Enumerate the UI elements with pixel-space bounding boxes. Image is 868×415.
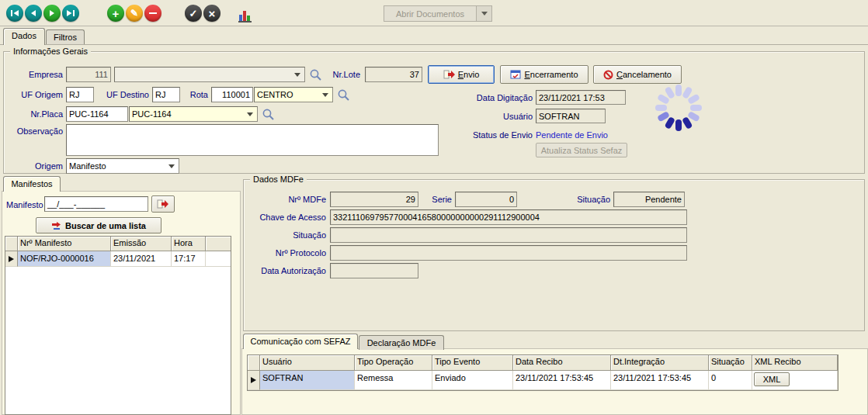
col-nr-manifesto[interactable]: Nrº Manifesto	[18, 237, 111, 251]
manifesto-row[interactable]: NOF/RJO-0000016 23/11/2021 17:17	[5, 251, 231, 267]
cell-hora[interactable]: 17:17	[172, 251, 206, 267]
envio-label: Envio	[458, 70, 480, 79]
origem-combobox[interactable]: Manifesto	[66, 158, 179, 174]
col-hora[interactable]: Hora	[172, 237, 206, 251]
envio-button[interactable]: Envio	[428, 65, 495, 84]
situacao-label: Situação	[545, 195, 610, 204]
col-emissao[interactable]: Emissão	[111, 237, 172, 251]
manifestos-grid-header: Nrº Manifesto Emissão Hora	[5, 237, 231, 251]
sefaz-row[interactable]: SOFTRAN Remessa Enviado 23/11/2021 17:53…	[248, 371, 838, 390]
usuario-field: SOFTRAN	[536, 109, 606, 123]
encerramento-icon	[510, 70, 521, 79]
origem-label: Origem	[9, 161, 63, 171]
cell-tipo-evento[interactable]: Enviado	[432, 371, 513, 390]
rota-search-icon[interactable]	[337, 88, 350, 102]
status-envio-value: Pendente de Envio	[536, 130, 608, 140]
empresa-combobox[interactable]	[114, 67, 305, 82]
tab-filtros[interactable]: Filtros	[46, 29, 85, 44]
nr-placa-combo-value: PUC-1164	[132, 109, 245, 119]
chevron-down-icon	[322, 93, 328, 97]
cell-usuario[interactable]: SOFTRAN	[260, 371, 355, 390]
delete-button[interactable]	[144, 5, 161, 22]
check-icon: ✓	[189, 9, 198, 19]
row-indicator-arrow	[251, 377, 256, 383]
abrir-documentos-dropdown[interactable]	[477, 5, 492, 22]
last-record-icon	[66, 9, 75, 18]
next-record-icon	[47, 9, 57, 18]
send-icon	[157, 199, 169, 209]
situacao2-field	[330, 227, 687, 243]
col-tipo-evento[interactable]: Tipo Evento	[432, 355, 513, 371]
insert-button[interactable]: +	[107, 5, 124, 22]
placa-search-icon[interactable]	[262, 108, 275, 121]
buscar-lista-button[interactable]: Buscar de uma lista	[36, 217, 161, 233]
tab-manifestos-label: Manifestos	[11, 179, 52, 188]
data-digitacao-label: Data Digitação	[460, 93, 533, 102]
origem-combo-value: Manifesto	[69, 161, 166, 171]
col-situacao[interactable]: Situação	[709, 355, 752, 371]
chave-acesso-field: 3321110697957700041658000000000029111290…	[330, 209, 687, 225]
nr-placa-label: Nr.Placa	[9, 109, 63, 119]
buscar-lista-label: Buscar de uma lista	[65, 221, 146, 230]
nr-placa-field[interactable]: PUC-1164	[66, 106, 128, 122]
atualiza-status-sefaz-label: Atualiza Status Sefaz	[541, 146, 623, 155]
col-usuario[interactable]: Usuário	[260, 355, 355, 371]
cell-data-recibo[interactable]: 23/11/2021 17:53:45	[513, 371, 611, 390]
col-tipo-operacao[interactable]: Tipo Operação	[355, 355, 432, 371]
chave-acesso-label: Chave de Acesso	[256, 213, 326, 222]
edit-button[interactable]: ✎	[126, 5, 143, 22]
first-record-button[interactable]	[6, 5, 23, 22]
tab-comunicacao-sefaz[interactable]: Comunicação com SEFAZ	[243, 334, 358, 349]
nr-protocolo-field	[330, 245, 687, 261]
chart-button[interactable]	[238, 5, 256, 23]
manifestos-grid: Nrº Manifesto Emissão Hora NOF/RJO-00000…	[5, 236, 231, 415]
empresa-search-icon[interactable]	[309, 68, 322, 81]
cancel-button[interactable]: ×	[203, 5, 220, 22]
next-record-button[interactable]	[43, 5, 61, 22]
cancelamento-button[interactable]: Cancelamento	[593, 65, 682, 84]
uf-origem-field[interactable]: RJ	[66, 87, 94, 102]
data-autorizacao-label: Data Autorização	[252, 266, 326, 275]
dados-mdfe-title: Dados MDFe	[250, 175, 307, 184]
nr-placa-combobox[interactable]: PUC-1164	[129, 106, 258, 122]
tab-declaracao-mdfe[interactable]: Declaração MDFe	[359, 335, 444, 350]
last-record-button[interactable]	[62, 5, 79, 22]
uf-destino-label: UF Destino	[98, 90, 149, 99]
uf-destino-field[interactable]: RJ	[152, 87, 180, 102]
rota-combo-value: CENTRO	[257, 90, 320, 99]
col-xml-recibo[interactable]: XML Recibo	[752, 355, 838, 371]
prior-record-button[interactable]	[25, 5, 42, 22]
rota-code-field[interactable]: 110001	[211, 87, 253, 102]
sefaz-grid: Usuário Tipo Operação Tipo Evento Data R…	[247, 354, 838, 391]
mdfe-window: + ✎ ✓ × Abrir Documentos	[0, 0, 868, 415]
situacao-field: Pendente	[613, 192, 685, 207]
toolbar: + ✎ ✓ × Abrir Documentos	[0, 0, 868, 26]
cell-dt-integracao[interactable]: 23/11/2021 17:53:45	[611, 371, 709, 390]
confirm-button[interactable]: ✓	[185, 5, 202, 22]
chevron-down-icon	[168, 164, 175, 168]
manifesto-mask-input[interactable]: __/___-______	[44, 196, 148, 212]
tab-manifestos[interactable]: Manifestos	[3, 176, 61, 192]
abrir-documentos-split: Abrir Documentos	[384, 5, 492, 22]
serie-field: 0	[455, 192, 517, 207]
manifesto-send-button[interactable]	[151, 195, 175, 213]
nr-mdfe-field: 29	[330, 192, 418, 207]
chevron-down-icon	[294, 73, 300, 77]
encerramento-button[interactable]: Encerramento	[500, 65, 589, 84]
observacao-memo[interactable]	[66, 124, 439, 156]
chevron-down-icon	[247, 112, 253, 116]
cell-emissao[interactable]: 23/11/2021	[111, 251, 172, 267]
cell-situacao[interactable]: 0	[709, 371, 752, 390]
col-data-recibo[interactable]: Data Recibo	[513, 355, 611, 371]
pencil-icon: ✎	[130, 9, 138, 18]
cell-tipo-operacao[interactable]: Remessa	[355, 371, 432, 390]
chevron-down-icon	[481, 12, 488, 16]
cell-nr-manifesto[interactable]: NOF/RJO-0000016	[18, 251, 111, 267]
tab-dados[interactable]: Dados	[3, 28, 45, 45]
xml-button[interactable]: XML	[754, 372, 790, 386]
rota-combobox[interactable]: CENTRO	[254, 87, 333, 102]
informacoes-gerais-title: Informações Gerais	[10, 47, 91, 56]
encerramento-label: Encerramento	[524, 70, 578, 79]
col-dt-integracao[interactable]: Dt.Integração	[611, 355, 709, 371]
buscar-lista-icon	[51, 221, 62, 230]
